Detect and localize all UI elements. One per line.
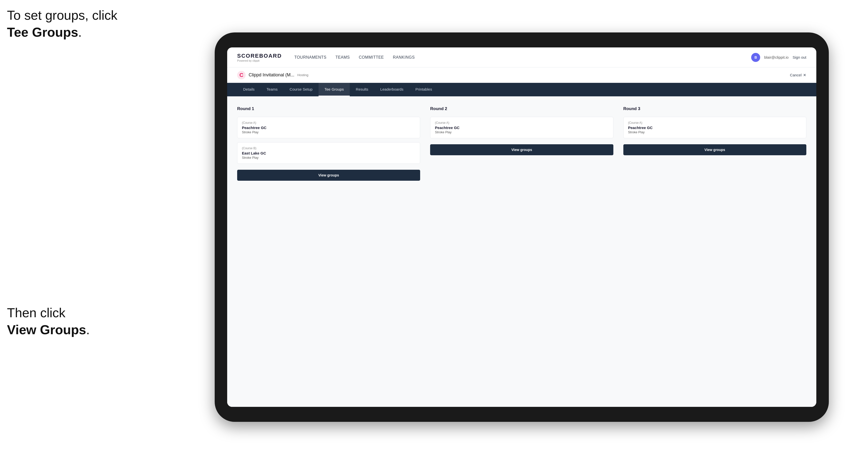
hosting-badge: Hosting <box>297 73 308 77</box>
round-3-column: Round 3 (Course A) Peachtree GC Stroke P… <box>623 106 806 181</box>
tab-bar: Details Teams Course Setup Tee Groups Re… <box>227 83 816 96</box>
round-2-course-a-label: (Course A) <box>435 121 608 125</box>
instruction-bottom-period: . <box>86 322 90 337</box>
main-content: Round 1 (Course A) Peachtree GC Stroke P… <box>227 96 816 407</box>
round-1-column: Round 1 (Course A) Peachtree GC Stroke P… <box>237 106 420 181</box>
round-1-course-b-label: (Course B) <box>242 147 415 150</box>
round-3-course-a-name: Peachtree GC <box>628 126 802 130</box>
tab-details[interactable]: Details <box>237 83 260 96</box>
round-1-course-a-name: Peachtree GC <box>242 126 415 130</box>
user-avatar: B <box>751 53 760 62</box>
c-logo-icon: C <box>237 71 246 80</box>
nav-left: SCOREBOARD Powered by clippit TOURNAMENT… <box>237 53 415 62</box>
nav-rankings[interactable]: RANKINGS <box>393 55 415 60</box>
tab-results[interactable]: Results <box>350 83 374 96</box>
sign-out-link[interactable]: Sign out <box>793 55 806 59</box>
round-1-course-a-label: (Course A) <box>242 121 415 125</box>
tablet-screen: SCOREBOARD Powered by clippit TOURNAMENT… <box>227 48 816 407</box>
logo-sub: Powered by clippit <box>237 59 259 62</box>
instruction-top: To set groups, click Tee Groups. <box>7 7 117 41</box>
round-3-course-a-format: Stroke Play <box>628 130 802 134</box>
cancel-button[interactable]: Cancel ✕ <box>790 73 806 77</box>
logo-label: SCOREBOARD <box>237 53 282 59</box>
round-1-view-groups-button[interactable]: View groups <box>237 170 420 181</box>
round-2-column: Round 2 (Course A) Peachtree GC Stroke P… <box>430 106 613 181</box>
nav-committee[interactable]: COMMITTEE <box>359 55 384 60</box>
instruction-top-period: . <box>78 25 82 39</box>
close-icon: ✕ <box>803 73 806 77</box>
instruction-top-bold: Tee Groups <box>7 25 78 39</box>
instruction-top-line1: To set groups, click <box>7 8 117 23</box>
user-email: blair@clippit.io <box>764 55 788 59</box>
tab-course-setup[interactable]: Course Setup <box>284 83 318 96</box>
round-3-title: Round 3 <box>623 106 806 111</box>
round-1-course-a-format: Stroke Play <box>242 130 415 134</box>
round-1-course-a: (Course A) Peachtree GC Stroke Play <box>237 117 420 138</box>
round-1-course-b: (Course B) East Lake GC Stroke Play <box>237 142 420 164</box>
nav-tournaments[interactable]: TOURNAMENTS <box>294 55 327 60</box>
tab-leaderboards[interactable]: Leaderboards <box>374 83 409 96</box>
tab-teams[interactable]: Teams <box>260 83 284 96</box>
logo-area: SCOREBOARD Powered by clippit <box>237 53 282 62</box>
tournament-title: C Clippd Invitational (M... Hosting <box>237 71 308 80</box>
nav-teams[interactable]: TEAMS <box>336 55 350 60</box>
round-1-course-b-name: East Lake GC <box>242 151 415 155</box>
instruction-bottom-line1: Then click <box>7 306 65 320</box>
tab-printables[interactable]: Printables <box>409 83 438 96</box>
round-3-view-groups-button[interactable]: View groups <box>623 144 806 155</box>
nav-links: TOURNAMENTS TEAMS COMMITTEE RANKINGS <box>294 55 415 60</box>
round-2-course-a: (Course A) Peachtree GC Stroke Play <box>430 117 613 138</box>
round-2-course-a-format: Stroke Play <box>435 130 608 134</box>
tab-tee-groups[interactable]: Tee Groups <box>318 83 350 96</box>
instruction-bottom-bold: View Groups <box>7 322 86 337</box>
round-3-course-a: (Course A) Peachtree GC Stroke Play <box>623 117 806 138</box>
round-2-view-groups-button[interactable]: View groups <box>430 144 613 155</box>
round-3-course-a-label: (Course A) <box>628 121 802 125</box>
logo-text: SCOREBOARD <box>237 53 282 59</box>
round-2-course-a-name: Peachtree GC <box>435 126 608 130</box>
rounds-grid: Round 1 (Course A) Peachtree GC Stroke P… <box>237 106 806 181</box>
round-1-course-b-format: Stroke Play <box>242 156 415 159</box>
instruction-bottom: Then click View Groups. <box>7 305 90 338</box>
round-2-title: Round 2 <box>430 106 613 111</box>
tournament-name: Clippd Invitational (M... <box>249 72 294 77</box>
tournament-header: C Clippd Invitational (M... Hosting Canc… <box>227 67 816 83</box>
round-1-title: Round 1 <box>237 106 420 111</box>
cancel-label: Cancel <box>790 73 802 77</box>
top-nav: SCOREBOARD Powered by clippit TOURNAMENT… <box>227 48 816 67</box>
tablet-device: SCOREBOARD Powered by clippit TOURNAMENT… <box>215 32 829 422</box>
nav-right: B blair@clippit.io Sign out <box>751 53 806 62</box>
